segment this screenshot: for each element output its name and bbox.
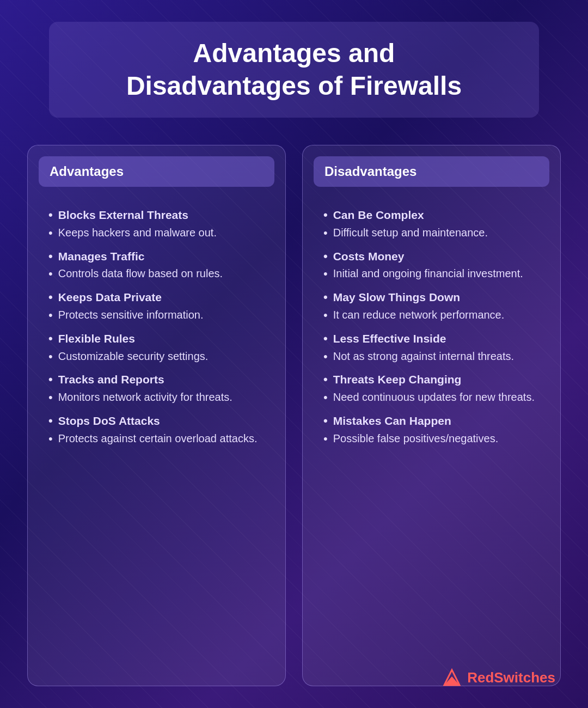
list-item: Not as strong against internal threats. xyxy=(319,349,547,365)
list-item: Blocks External Threats xyxy=(44,207,272,224)
page-title: Advantages andDisadvantages of Firewalls xyxy=(82,37,506,102)
list-item: It can reduce network performance. xyxy=(319,307,547,324)
logo-section: RedSwitches xyxy=(442,668,555,687)
list-item: Costs Money xyxy=(319,248,547,265)
advantages-header: Advantages xyxy=(39,156,274,187)
list-item: Flexible Rules xyxy=(44,331,272,347)
list-item: Initial and ongoing financial investment… xyxy=(319,266,547,283)
disadvantages-header: Disadvantages xyxy=(314,156,549,187)
list-item: Monitors network activity for threats. xyxy=(44,389,272,406)
redswitches-logo-icon xyxy=(442,668,462,687)
list-item: Threats Keep Changing xyxy=(319,371,547,388)
list-item: Controls data flow based on rules. xyxy=(44,266,272,283)
advantages-title: Advantages xyxy=(50,164,124,179)
disadvantages-title: Disadvantages xyxy=(324,164,416,179)
list-item: Possible false positives/negatives. xyxy=(319,431,547,448)
disadvantages-column: Disadvantages Can Be Complex Difficult s… xyxy=(302,145,561,686)
list-item: May Slow Things Down xyxy=(319,289,547,306)
list-item: Mistakes Can Happen xyxy=(319,413,547,430)
page-wrapper: Advantages andDisadvantages of Firewalls… xyxy=(0,0,588,708)
list-item: Stops DoS Attacks xyxy=(44,413,272,430)
list-item: Difficult setup and maintenance. xyxy=(319,225,547,242)
title-section: Advantages andDisadvantages of Firewalls xyxy=(49,22,539,118)
disadvantages-list: Can Be Complex Difficult setup and maint… xyxy=(303,187,560,669)
list-item: Protects against certain overload attack… xyxy=(44,431,272,448)
list-item: Can Be Complex xyxy=(319,207,547,224)
list-item: Tracks and Reports xyxy=(44,371,272,388)
advantages-column: Advantages Blocks External Threats Keeps… xyxy=(27,145,286,686)
logo-text: RedSwitches xyxy=(467,669,555,686)
list-item: Customizable security settings. xyxy=(44,349,272,365)
list-item: Keeps Data Private xyxy=(44,289,272,306)
list-item: Less Effective Inside xyxy=(319,331,547,347)
list-item: Protects sensitive information. xyxy=(44,307,272,324)
list-item: Need continuous updates for new threats. xyxy=(319,389,547,406)
columns-container: Advantages Blocks External Threats Keeps… xyxy=(27,145,561,686)
list-item: Manages Traffic xyxy=(44,248,272,265)
advantages-list: Blocks External Threats Keeps hackers an… xyxy=(28,187,285,669)
list-item: Keeps hackers and malware out. xyxy=(44,225,272,242)
